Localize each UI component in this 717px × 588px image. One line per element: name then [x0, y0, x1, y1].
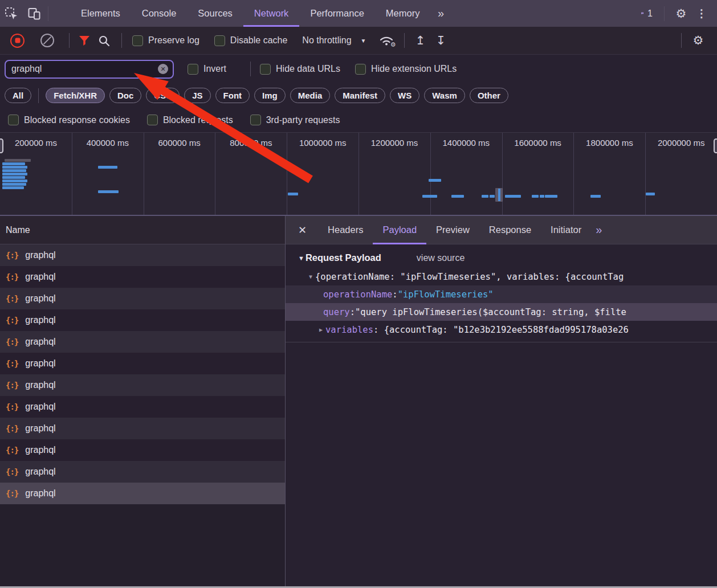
- hide-data-urls-label[interactable]: Hide data URLs: [276, 64, 340, 74]
- details-tab-list: Headers Payload Preview Response Initiat…: [318, 216, 591, 244]
- invert-label[interactable]: Invert: [203, 64, 226, 74]
- waterfall-bar: [5, 159, 31, 162]
- timeline-overview[interactable]: 200000 ms400000 ms600000 ms800000 ms1000…: [0, 132, 717, 216]
- request-row[interactable]: {:} graphql: [0, 439, 285, 461]
- disable-cache-checkbox[interactable]: Disable cache: [214, 35, 288, 46]
- advanced-filters-row: Blocked response cookies Blocked request…: [0, 108, 717, 132]
- inspect-element-icon[interactable]: [0, 0, 23, 27]
- panel-tab[interactable]: Network: [243, 0, 300, 27]
- details-tab[interactable]: Payload: [373, 216, 426, 244]
- preserve-log-label[interactable]: Preserve log: [148, 35, 199, 46]
- timeline-tick-label: 200000 ms: [0, 138, 72, 148]
- collapse-caret-icon[interactable]: ▼: [298, 255, 304, 262]
- payload-tree-row[interactable]: ▼{operationName: "ipFlowTimeseries", var…: [286, 268, 717, 285]
- details-tab[interactable]: Headers: [318, 216, 373, 244]
- panel-tab[interactable]: Console: [131, 0, 188, 27]
- filter-input-box[interactable]: ✕: [5, 60, 174, 79]
- request-row[interactable]: {:} graphql: [0, 288, 285, 309]
- details-tab[interactable]: Response: [479, 216, 541, 244]
- resource-type-chip[interactable]: Doc: [109, 88, 141, 103]
- request-row[interactable]: {:} graphql: [0, 353, 285, 374]
- settings-gear-icon[interactable]: ⚙: [670, 0, 692, 27]
- request-row[interactable]: {:} graphql: [0, 374, 285, 396]
- clear-filter-icon[interactable]: ✕: [158, 64, 168, 74]
- divider: [250, 62, 251, 76]
- timeline-tick-label: 1000000 ms: [287, 138, 358, 148]
- payload-token: :: [392, 289, 397, 300]
- issues-count: 1: [647, 9, 653, 19]
- checkbox-box[interactable]: [132, 35, 143, 46]
- request-row[interactable]: {:} graphql: [0, 461, 285, 483]
- resource-type-chip[interactable]: Other: [470, 88, 508, 103]
- resource-type-chip[interactable]: All: [5, 88, 31, 103]
- export-har-icon[interactable]: ↧: [431, 34, 451, 47]
- request-row[interactable]: {:} graphql: [0, 244, 285, 266]
- resource-type-chip[interactable]: WS: [390, 88, 419, 103]
- throttling-select[interactable]: No throttling ▼: [302, 35, 366, 46]
- disable-cache-label[interactable]: Disable cache: [230, 35, 288, 46]
- timeline-gridline: [573, 133, 574, 215]
- caret-right-icon[interactable]: ▶: [316, 326, 325, 333]
- network-conditions-icon[interactable]: ⚙: [379, 35, 394, 46]
- name-column-header[interactable]: Name: [0, 216, 285, 244]
- filter-input[interactable]: [11, 64, 158, 74]
- hide-data-urls-checkbox[interactable]: Hide data URLs: [260, 64, 340, 75]
- details-tab[interactable]: Initiator: [541, 216, 591, 244]
- more-panels-icon[interactable]: »: [430, 0, 450, 27]
- resource-type-chip[interactable]: Wasm: [424, 88, 465, 103]
- json-request-icon: {:}: [6, 381, 18, 390]
- filter-checkbox-label[interactable]: 3rd-party requests: [266, 115, 340, 125]
- request-row[interactable]: {:} graphql: [0, 483, 285, 504]
- clear-network-log-icon[interactable]: [40, 34, 63, 47]
- filter-checkbox[interactable]: 3rd-party requests: [250, 115, 340, 125]
- checkbox-box[interactable]: [214, 35, 225, 46]
- panel-tab[interactable]: Memory: [375, 0, 431, 27]
- request-row[interactable]: {:} graphql: [0, 331, 285, 353]
- panel-tab[interactable]: Performance: [299, 0, 374, 27]
- record-network-log-icon[interactable]: [10, 34, 40, 48]
- filter-checkbox-label[interactable]: Blocked response cookies: [24, 115, 130, 125]
- request-row[interactable]: {:} graphql: [0, 418, 285, 439]
- kebab-menu-icon[interactable]: ⋮: [692, 0, 711, 27]
- resource-type-chip[interactable]: Manifest: [335, 88, 385, 103]
- panel-tab[interactable]: Sources: [187, 0, 243, 27]
- filter-checkbox[interactable]: Blocked requests: [147, 115, 233, 125]
- resource-type-chip[interactable]: Img: [254, 88, 286, 103]
- resource-type-chip[interactable]: JS: [184, 88, 210, 103]
- request-row[interactable]: {:} graphql: [0, 266, 285, 288]
- timeline-tick-label: 400000 ms: [72, 138, 144, 148]
- payload-tree-row[interactable]: ▶variables: {accountTag: "b12e3b2192ee55…: [286, 321, 717, 338]
- json-request-icon: {:}: [6, 359, 18, 368]
- filter-checkbox[interactable]: Blocked response cookies: [8, 115, 130, 125]
- network-settings-gear-icon[interactable]: ⚙: [687, 34, 709, 47]
- more-detail-tabs-icon[interactable]: »: [591, 223, 605, 236]
- throttling-value[interactable]: No throttling: [302, 35, 351, 46]
- hide-extension-urls-label[interactable]: Hide extension URLs: [371, 64, 457, 74]
- resource-type-chip[interactable]: Media: [290, 88, 331, 103]
- filter-checkbox-label[interactable]: Blocked requests: [163, 115, 233, 125]
- issues-counter-button[interactable]: 1: [635, 0, 658, 27]
- details-tab[interactable]: Preview: [426, 216, 479, 244]
- timeline-tick-label: 1200000 ms: [358, 138, 430, 148]
- hide-extension-urls-checkbox[interactable]: Hide extension URLs: [355, 64, 457, 75]
- search-icon[interactable]: [98, 35, 110, 47]
- filter-icon[interactable]: [79, 35, 90, 46]
- view-source-link[interactable]: view source: [417, 253, 465, 263]
- device-toolbar-icon[interactable]: [23, 0, 46, 27]
- resource-type-chip[interactable]: Font: [215, 88, 250, 103]
- details-tab-bar: ✕ Headers Payload Preview Response Initi…: [286, 216, 717, 244]
- request-details-panel: ✕ Headers Payload Preview Response Initi…: [286, 216, 717, 586]
- resource-type-chip[interactable]: CSS: [146, 88, 180, 103]
- panel-tab[interactable]: Elements: [70, 0, 131, 27]
- resource-type-chip[interactable]: Fetch/XHR: [46, 88, 105, 103]
- payload-tree-row[interactable]: query: "query ipFlowTimeseries($accountT…: [286, 303, 717, 321]
- request-row[interactable]: {:} graphql: [0, 396, 285, 418]
- caret-down-icon[interactable]: ▼: [306, 273, 315, 280]
- import-har-icon[interactable]: ↥: [410, 34, 431, 47]
- preserve-log-checkbox[interactable]: Preserve log: [132, 35, 199, 46]
- json-request-icon: {:}: [6, 251, 18, 260]
- request-row[interactable]: {:} graphql: [0, 309, 285, 331]
- invert-checkbox[interactable]: Invert: [188, 64, 226, 75]
- payload-tree-row[interactable]: operationName: "ipFlowTimeseries": [286, 285, 717, 303]
- close-details-icon[interactable]: ✕: [286, 224, 318, 236]
